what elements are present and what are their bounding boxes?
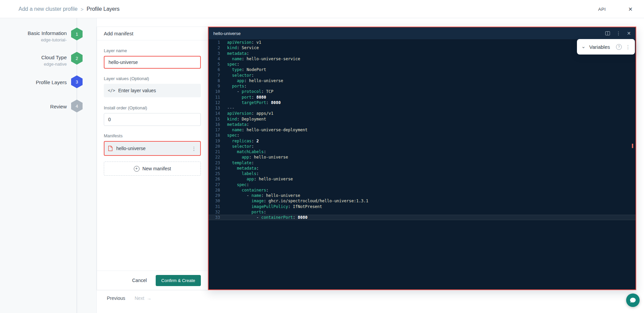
api-button[interactable]: API xyxy=(598,0,606,18)
code-line-content: containers: xyxy=(220,187,269,193)
code-line: 15kind: Deployment xyxy=(209,116,636,122)
line-number: 23 xyxy=(209,160,220,166)
line-number: 29 xyxy=(209,193,220,198)
code-line-content: template: xyxy=(220,160,254,166)
step-label-review[interactable]: Review xyxy=(0,104,67,109)
line-number: 28 xyxy=(209,187,220,193)
line-number: 16 xyxy=(209,122,220,127)
line-number: 2 xyxy=(209,45,220,50)
panel-title: Add manifest xyxy=(97,27,208,40)
step-sublabel-cloud-type: edge-native xyxy=(0,62,67,67)
next-button-label: Next xyxy=(134,295,144,301)
code-line-content: apiVersion: v1 xyxy=(220,40,261,45)
line-number: 15 xyxy=(209,116,220,122)
code-line-content: kind: Service xyxy=(220,45,259,50)
variables-kebab-icon[interactable]: ⋮ xyxy=(625,44,631,49)
new-manifest-button[interactable]: + New manifest xyxy=(104,162,201,176)
chat-bubble-icon xyxy=(630,297,636,304)
code-line: 17 name: hello-universe-deployment xyxy=(209,127,636,133)
line-number: 25 xyxy=(209,171,220,176)
code-line-content: --- xyxy=(220,105,235,111)
code-line: 11 port: 8080 xyxy=(209,95,636,100)
editor-header-icons: ⋮ ✕ xyxy=(605,31,631,36)
line-number: 7 xyxy=(209,73,220,78)
code-line-content: image: ghcr.io/spectrocloud/hello-univer… xyxy=(220,198,368,204)
previous-button[interactable]: Previous xyxy=(107,295,125,301)
line-number: 32 xyxy=(209,209,220,215)
step-label-basic-information[interactable]: Basic Information xyxy=(0,30,67,36)
step-badge-2[interactable]: 2 xyxy=(71,52,83,65)
cancel-button[interactable]: Cancel xyxy=(132,278,147,283)
code-line: 5spec: xyxy=(209,62,636,67)
code-line: 2kind: Service xyxy=(209,45,636,50)
code-line: 7 selector: xyxy=(209,73,636,78)
manifest-editor: hello-universe ⋮ ✕ 1apiVersion: v12kind:… xyxy=(208,27,636,290)
code-line-content: name: hello-universe-deployment xyxy=(220,127,307,133)
line-number: 20 xyxy=(209,144,220,149)
editor-close-icon[interactable]: ✕ xyxy=(627,31,631,36)
step-badge-4[interactable]: 4 xyxy=(71,100,83,112)
line-number: 5 xyxy=(209,62,220,67)
manifest-item-name: hello-universe xyxy=(116,146,188,151)
wizard-nav: Previous Next → xyxy=(107,292,151,304)
breadcrumb: Add a new cluster profile > Profile Laye… xyxy=(19,0,120,18)
install-order-label: Install order (Optional) xyxy=(104,105,201,110)
line-number: 30 xyxy=(209,198,220,204)
line-number: 4 xyxy=(209,56,220,62)
breadcrumb-root[interactable]: Add a new cluster profile xyxy=(19,6,78,12)
code-line-content: app: hello-universe xyxy=(220,78,283,83)
code-line: 30 image: ghcr.io/spectrocloud/hello-uni… xyxy=(209,198,636,204)
code-line-content: - protocol: TCP xyxy=(220,89,273,94)
editor-kebab-icon[interactable]: ⋮ xyxy=(616,31,621,36)
code-line: 18spec: xyxy=(209,133,636,138)
code-line-content: - name: hello-universe xyxy=(220,193,300,198)
code-line: 6 type: NodePort xyxy=(209,67,636,72)
panel-footer: Cancel Confirm & Create xyxy=(97,271,208,290)
variables-dropdown[interactable]: ⌄ Variables ? ⋮ xyxy=(577,39,635,55)
enter-layer-values-button[interactable]: </> Enter layer values xyxy=(104,84,201,97)
split-view-icon[interactable] xyxy=(605,31,610,35)
step-badge-1[interactable]: 1 xyxy=(71,28,83,40)
code-line-content: metadata: xyxy=(220,122,249,127)
code-line-content: ports: xyxy=(220,209,266,215)
code-line-content: spec: xyxy=(220,133,239,138)
manifest-kebab-icon[interactable]: ⋮ xyxy=(191,146,196,151)
step-label-profile-layers[interactable]: Profile Layers xyxy=(0,79,67,85)
editor-header: hello-universe ⋮ ✕ xyxy=(209,27,636,40)
help-chat-button[interactable] xyxy=(626,293,640,307)
add-manifest-panel: Add manifest Layer name Layer values (Op… xyxy=(97,27,208,290)
confirm-create-button[interactable]: Confirm & Create xyxy=(156,275,201,286)
code-line: 32 ports: xyxy=(209,209,636,215)
code-line-content: ports: xyxy=(220,83,247,89)
step-label-cloud-type[interactable]: Cloud Type xyxy=(0,55,67,60)
code-brackets-icon: </> xyxy=(108,88,115,93)
code-line-content: spec: xyxy=(220,182,249,187)
code-line-content: imagePullPolicy: IfNotPresent xyxy=(220,204,322,209)
install-order-input[interactable] xyxy=(104,113,201,126)
help-icon[interactable]: ? xyxy=(616,44,622,50)
code-line: 20 selector: xyxy=(209,144,636,149)
close-icon[interactable]: ✕ xyxy=(628,0,633,18)
line-number: 1 xyxy=(209,40,220,45)
code-line: 31 imagePullPolicy: IfNotPresent xyxy=(209,204,636,209)
line-number: 11 xyxy=(209,95,220,100)
layer-name-input[interactable] xyxy=(104,56,201,69)
manifest-item[interactable]: hello-universe ⋮ xyxy=(104,141,201,156)
code-line: 24 metadata: xyxy=(209,166,636,171)
chevron-down-icon[interactable]: ⌄ xyxy=(581,44,586,49)
editor-title: hello-universe xyxy=(213,31,605,36)
breadcrumb-current: Profile Layers xyxy=(87,6,120,12)
step-sublabel-basic-information: edge-tutorial- xyxy=(0,37,67,42)
code-line: 10 - protocol: TCP xyxy=(209,89,636,94)
arrow-right-icon: → xyxy=(147,295,151,301)
code-editor[interactable]: 1apiVersion: v12kind: Service3metadata:4… xyxy=(209,40,636,289)
step-badge-3[interactable]: 3 xyxy=(71,75,83,88)
breadcrumb-separator: > xyxy=(81,6,84,12)
line-number: 19 xyxy=(209,138,220,144)
code-line: 3metadata: xyxy=(209,51,636,56)
line-number: 31 xyxy=(209,204,220,209)
next-button[interactable]: Next → xyxy=(134,295,151,301)
line-number: 26 xyxy=(209,176,220,182)
code-line: 23 template: xyxy=(209,160,636,166)
code-line: 29 - name: hello-universe xyxy=(209,193,636,198)
